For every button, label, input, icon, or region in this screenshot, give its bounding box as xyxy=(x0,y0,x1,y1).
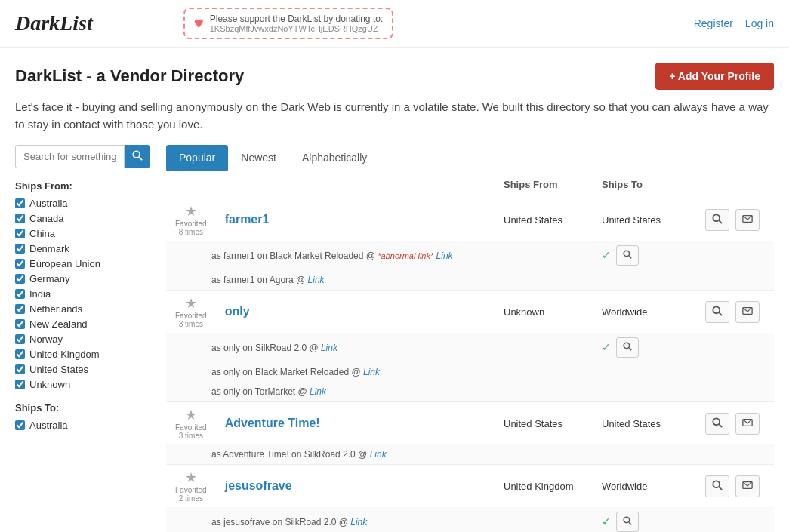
ships-from-cell: United States xyxy=(495,402,593,445)
tab-newest[interactable]: Newest xyxy=(228,145,289,171)
ships-from-cell: Unknown xyxy=(495,291,593,334)
star-icon[interactable]: ★ xyxy=(185,296,197,311)
search-sub-button[interactable] xyxy=(616,337,639,358)
action-cell xyxy=(691,198,774,241)
vendor-profile-link[interactable]: Link xyxy=(363,367,380,377)
verify-cell: ✓ xyxy=(593,241,691,270)
empty-cell xyxy=(691,382,774,402)
content: PopularNewestAlphabetically Ships From S… xyxy=(166,145,774,532)
vendor-name-link[interactable]: farmer1 xyxy=(225,213,270,226)
ships-from-checkbox[interactable] xyxy=(15,274,25,284)
ships-from-label: Ships From: xyxy=(15,180,154,192)
message-vendor-button[interactable] xyxy=(735,209,760,231)
star-icon[interactable]: ★ xyxy=(185,407,197,423)
search-sub-button[interactable] xyxy=(616,245,639,266)
ships-to-checkbox[interactable] xyxy=(15,420,25,430)
ships-from-checkbox[interactable] xyxy=(15,380,25,389)
search-sub-button[interactable] xyxy=(616,512,639,532)
ships-from-filter-label: United Kingdom xyxy=(29,349,100,360)
vendor-profile-link[interactable]: Link xyxy=(308,275,325,285)
page: DarkList - a Vendor Directory + Add Your… xyxy=(0,48,789,532)
search-icon xyxy=(712,306,723,316)
list-item: India xyxy=(15,288,154,300)
vendor-name-cell: farmer1 xyxy=(216,198,495,241)
donate-text: Please support the DarkList by donating … xyxy=(210,14,383,24)
search-icon xyxy=(712,417,723,428)
tab-popular[interactable]: Popular xyxy=(166,145,228,171)
vendor-name-link[interactable]: only xyxy=(225,305,250,318)
vendor-profile-link[interactable]: Link xyxy=(350,517,367,527)
svg-line-13 xyxy=(719,424,722,427)
header-nav: Register Log in xyxy=(694,17,774,29)
ships-to-cell: United States xyxy=(593,198,691,241)
donate-box: ♥ Please support the DarkList by donatin… xyxy=(183,8,394,39)
sidebar: Ships From: AustraliaCanadaChinaDenmarkE… xyxy=(15,145,166,532)
ships-from-checkbox[interactable] xyxy=(15,334,25,344)
favorited-label: Favorited2 times xyxy=(175,486,207,503)
list-item: Norway xyxy=(15,334,154,345)
search-vendor-button[interactable] xyxy=(705,475,729,497)
vendor-profile-link[interactable]: Link xyxy=(321,343,337,353)
ships-from-checkbox[interactable] xyxy=(15,349,25,359)
ships-from-filter-label: United States xyxy=(29,364,88,375)
search-icon xyxy=(132,150,143,161)
table-row: as only on TorMarket @ Link xyxy=(166,382,774,402)
verify-cell: ✓ xyxy=(593,507,691,532)
vendor-profile-link[interactable]: Link xyxy=(310,386,326,397)
favorited-cell: ★Favorited8 times xyxy=(166,198,216,241)
vendor-profile-link[interactable]: Link xyxy=(370,449,387,460)
tab-alphabetically[interactable]: Alphabetically xyxy=(289,145,380,171)
ships-from-filter-label: China xyxy=(29,228,55,239)
verified-check-icon: ✓ xyxy=(602,515,611,527)
login-link[interactable]: Log in xyxy=(745,17,774,29)
svg-line-1 xyxy=(139,157,142,160)
ships-from-checkbox[interactable] xyxy=(15,214,25,223)
search-input[interactable] xyxy=(15,145,125,168)
ships-from-checkbox[interactable] xyxy=(15,198,25,208)
abnormal-tag: *abnormal link* xyxy=(378,251,433,260)
search-icon xyxy=(623,250,632,259)
logo: DarkList xyxy=(15,11,93,35)
ships-from-checkbox[interactable] xyxy=(15,304,25,314)
ships-to-cell: Worldwide xyxy=(593,291,691,334)
ships-from-checkbox[interactable] xyxy=(15,364,25,374)
vendor-name-link[interactable]: jesusofrave xyxy=(225,479,292,492)
search-vendor-button[interactable] xyxy=(705,413,729,435)
ships-to-cell: United States xyxy=(593,402,691,445)
search-vendor-button[interactable] xyxy=(705,209,729,231)
star-icon[interactable]: ★ xyxy=(185,470,197,485)
ships-from-filter-label: Netherlands xyxy=(29,303,82,315)
list-item: United Kingdom xyxy=(15,349,154,360)
ships-from-filter-label: Unknown xyxy=(29,379,70,390)
verify-cell xyxy=(593,270,691,291)
svg-point-12 xyxy=(713,418,720,425)
table-row: as jesusofrave on SilkRoad 2.0 @ Link✓ xyxy=(166,507,774,532)
ships-from-cell: United Kingdom xyxy=(495,465,593,508)
verify-cell xyxy=(593,444,691,465)
star-icon[interactable]: ★ xyxy=(185,204,197,219)
add-profile-button[interactable]: + Add Your Profile xyxy=(655,63,774,90)
ships-from-checkbox[interactable] xyxy=(15,229,25,238)
verify-cell xyxy=(593,382,691,402)
list-item: New Zealand xyxy=(15,318,154,330)
ships-from-checkbox[interactable] xyxy=(15,289,25,299)
envelope-icon xyxy=(742,480,753,490)
vendor-profile-link[interactable]: Link xyxy=(436,251,453,261)
ships-from-filter-label: Norway xyxy=(29,334,63,345)
list-item: Australia xyxy=(15,198,154,209)
ships-from-checkbox[interactable] xyxy=(15,319,25,329)
vendor-name-link[interactable]: Adventure Time! xyxy=(225,417,320,429)
list-item: European Union xyxy=(15,258,154,269)
col-actions xyxy=(691,171,774,198)
ships-from-checkbox[interactable] xyxy=(15,244,25,254)
message-vendor-button[interactable] xyxy=(735,413,760,435)
table-row: as farmer1 on Agora @ Link xyxy=(166,270,774,291)
ships-from-checkbox[interactable] xyxy=(15,259,25,269)
table-row: as only on SilkRoad 2.0 @ Link✓ xyxy=(166,333,774,362)
message-vendor-button[interactable] xyxy=(735,475,760,497)
message-vendor-button[interactable] xyxy=(735,301,760,323)
register-link[interactable]: Register xyxy=(694,17,733,29)
search-button[interactable] xyxy=(125,145,150,168)
search-vendor-button[interactable] xyxy=(705,301,729,323)
favorited-cell: ★Favorited3 times xyxy=(166,402,216,445)
